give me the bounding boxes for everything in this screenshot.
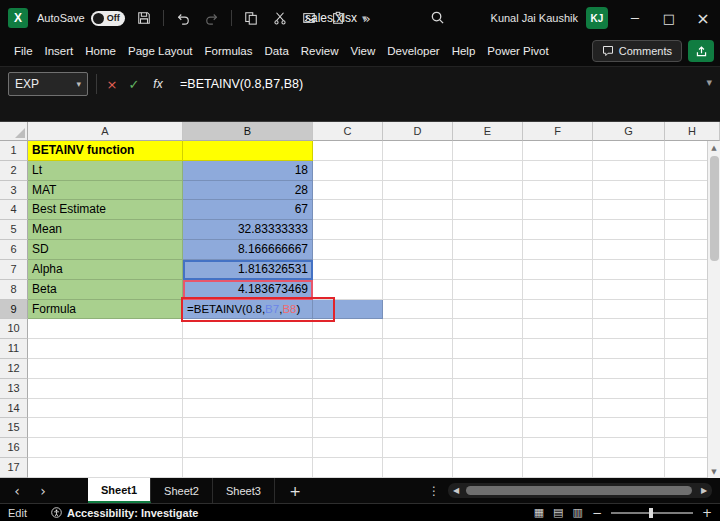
cell-G10[interactable] — [593, 319, 665, 339]
cell-A8[interactable]: Beta — [28, 280, 183, 300]
cell-G6[interactable] — [593, 240, 665, 260]
scroll-up-icon[interactable]: ▲ — [708, 141, 720, 154]
cell-E2[interactable] — [453, 161, 523, 181]
ribbon-tab-data[interactable]: Data — [259, 36, 295, 66]
cell-A13[interactable] — [28, 379, 183, 399]
row-header-6[interactable]: 6 — [0, 240, 28, 260]
ribbon-tab-page-layout[interactable]: Page Layout — [122, 36, 199, 66]
cell-B9[interactable]: =BETAINV(0.8,B7,B8) — [183, 300, 313, 320]
cell-D14[interactable] — [383, 399, 453, 419]
formula-input[interactable]: =BETAINV(0.8,B7,B8) — [180, 72, 303, 96]
row-header-1[interactable]: 1 — [0, 141, 28, 161]
cell-D8[interactable] — [383, 280, 453, 300]
cell-D16[interactable] — [383, 438, 453, 458]
ribbon-tab-developer[interactable]: Developer — [381, 36, 445, 66]
row-header-10[interactable]: 10 — [0, 319, 28, 339]
share-button[interactable] — [688, 40, 714, 62]
cell-D7[interactable] — [383, 260, 453, 280]
cell-F17[interactable] — [523, 458, 593, 478]
cell-E4[interactable] — [453, 200, 523, 220]
cell-F6[interactable] — [523, 240, 593, 260]
cell-C12[interactable] — [313, 359, 383, 379]
cell-D5[interactable] — [383, 220, 453, 240]
cell-D11[interactable] — [383, 339, 453, 359]
cell-G12[interactable] — [593, 359, 665, 379]
cell-C16[interactable] — [313, 438, 383, 458]
add-sheet-button[interactable]: + — [283, 478, 307, 503]
cell-E7[interactable] — [453, 260, 523, 280]
cell-C3[interactable] — [313, 181, 383, 201]
confirm-entry-button[interactable]: ✓ — [124, 72, 144, 96]
col-header-C[interactable]: C — [313, 122, 383, 141]
maximize-button[interactable]: □ — [652, 0, 686, 36]
undo-icon[interactable] — [173, 8, 193, 28]
zoom-slider-thumb[interactable] — [649, 508, 653, 518]
cell-G2[interactable] — [593, 161, 665, 181]
row-header-15[interactable]: 15 — [0, 418, 28, 438]
horizontal-scroll-thumb[interactable] — [466, 486, 692, 495]
cell-C7[interactable] — [313, 260, 383, 280]
name-box[interactable]: EXP ▾ — [8, 72, 88, 96]
col-header-G[interactable]: G — [593, 122, 665, 141]
col-header-E[interactable]: E — [453, 122, 523, 141]
minimize-button[interactable]: ─ — [618, 0, 652, 36]
cell-B14[interactable] — [183, 399, 313, 419]
ribbon-tab-insert[interactable]: Insert — [39, 36, 80, 66]
ribbon-tab-power-pivot[interactable]: Power Pivot — [481, 36, 554, 66]
cut-icon[interactable] — [270, 8, 290, 28]
cell-A7[interactable]: Alpha — [28, 260, 183, 280]
sheet-nav-left[interactable]: ‹ — [6, 478, 28, 503]
ribbon-tab-help[interactable]: Help — [446, 36, 482, 66]
cell-D9[interactable] — [383, 300, 453, 320]
cell-B17[interactable] — [183, 458, 313, 478]
cell-B11[interactable] — [183, 339, 313, 359]
horizontal-scrollbar[interactable]: ◀ ▶ — [448, 483, 712, 498]
cell-C5[interactable] — [313, 220, 383, 240]
cell-D1[interactable] — [383, 141, 453, 161]
row-header-3[interactable]: 3 — [0, 181, 28, 201]
cell-E8[interactable] — [453, 280, 523, 300]
cell-E11[interactable] — [453, 339, 523, 359]
sheet-nav-right[interactable]: › — [32, 478, 54, 503]
col-header-B[interactable]: B — [183, 122, 313, 141]
autosave-switch-icon[interactable]: Off — [91, 11, 125, 26]
cell-G7[interactable] — [593, 260, 665, 280]
cell-B8[interactable]: 4.183673469 — [183, 280, 313, 300]
cell-F15[interactable] — [523, 418, 593, 438]
cell-A15[interactable] — [28, 418, 183, 438]
cell-B4[interactable]: 67 — [183, 200, 313, 220]
vertical-scroll-thumb[interactable] — [710, 156, 719, 261]
cell-C9[interactable] — [313, 300, 383, 320]
cell-C14[interactable] — [313, 399, 383, 419]
cell-B2[interactable]: 18 — [183, 161, 313, 181]
cell-G13[interactable] — [593, 379, 665, 399]
cell-F1[interactable] — [523, 141, 593, 161]
cell-A9[interactable]: Formula — [28, 300, 183, 320]
cell-B10[interactable] — [183, 319, 313, 339]
scroll-right-icon[interactable]: ▶ — [696, 486, 712, 495]
cell-D2[interactable] — [383, 161, 453, 181]
cell-G15[interactable] — [593, 418, 665, 438]
cell-E3[interactable] — [453, 181, 523, 201]
cell-B1[interactable] — [183, 141, 313, 161]
save-icon[interactable] — [134, 8, 154, 28]
cell-C13[interactable] — [313, 379, 383, 399]
row-header-2[interactable]: 2 — [0, 161, 28, 181]
search-icon[interactable] — [430, 10, 445, 29]
cell-C11[interactable] — [313, 339, 383, 359]
cell-C2[interactable] — [313, 161, 383, 181]
cell-C17[interactable] — [313, 458, 383, 478]
page-layout-view-icon[interactable]: ▤ — [553, 506, 563, 519]
row-header-14[interactable]: 14 — [0, 399, 28, 419]
cell-B15[interactable] — [183, 418, 313, 438]
user-name[interactable]: Kunal Jai Kaushik — [491, 12, 578, 24]
cell-E6[interactable] — [453, 240, 523, 260]
cell-E5[interactable] — [453, 220, 523, 240]
cell-C1[interactable] — [313, 141, 383, 161]
cell-E17[interactable] — [453, 458, 523, 478]
ribbon-tab-review[interactable]: Review — [295, 36, 345, 66]
accessibility-status[interactable]: Accessibility: Investigate — [51, 507, 198, 519]
row-header-16[interactable]: 16 — [0, 438, 28, 458]
normal-view-icon[interactable]: ▦ — [534, 506, 544, 519]
cell-F5[interactable] — [523, 220, 593, 240]
